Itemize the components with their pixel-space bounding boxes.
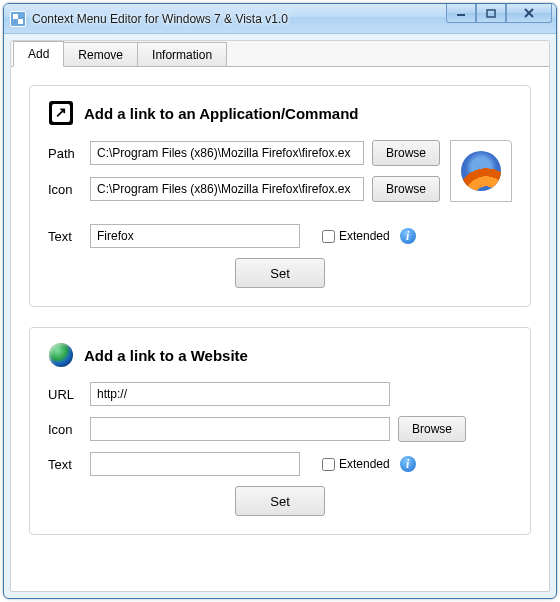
set-app-button[interactable]: Set [235, 258, 325, 288]
tab-information[interactable]: Information [137, 42, 227, 66]
tab-add[interactable]: Add [13, 41, 64, 67]
panel-header: Add a link to an Application/Command [48, 100, 512, 126]
set-web-button[interactable]: Set [235, 486, 325, 516]
info-icon[interactable]: i [400, 456, 416, 472]
extended-label: Extended [339, 457, 390, 471]
label-icon: Icon [48, 422, 90, 437]
browse-web-icon-button[interactable]: Browse [398, 416, 466, 442]
app-icon [10, 11, 26, 27]
tab-bar: Add Remove Information [11, 41, 549, 67]
browse-icon-button[interactable]: Browse [372, 176, 440, 202]
tab-remove[interactable]: Remove [63, 42, 138, 66]
icon-preview [450, 140, 512, 202]
label-url: URL [48, 387, 90, 402]
row-url: URL [48, 382, 512, 406]
label-icon: Icon [48, 182, 90, 197]
row-text: Text Extended i [48, 224, 512, 248]
input-text[interactable] [90, 224, 300, 248]
firefox-icon [461, 151, 501, 191]
row-path: Path Browse [48, 140, 440, 166]
svg-rect-0 [457, 14, 465, 16]
app-window: Context Menu Editor for Windows 7 & Vist… [3, 3, 557, 599]
input-web-icon[interactable] [90, 417, 390, 441]
browse-path-button[interactable]: Browse [372, 140, 440, 166]
window-title: Context Menu Editor for Windows 7 & Vist… [32, 12, 288, 26]
panel-icon-wrap [48, 342, 74, 368]
row-web-text: Text Extended i [48, 452, 512, 476]
tab-label: Add [28, 47, 49, 61]
minimize-icon [456, 9, 466, 17]
shortcut-icon [49, 101, 73, 125]
minimize-button[interactable] [446, 4, 476, 23]
set-row: Set [48, 486, 512, 516]
info-icon[interactable]: i [400, 228, 416, 244]
row-icon: Icon Browse [48, 176, 440, 202]
maximize-button[interactable] [476, 4, 506, 23]
label-path: Path [48, 146, 90, 161]
panel-icon-wrap [48, 100, 74, 126]
panel-header: Add a link to a Website [48, 342, 512, 368]
input-url[interactable] [90, 382, 390, 406]
globe-icon [49, 343, 73, 367]
close-button[interactable] [506, 4, 552, 23]
label-text: Text [48, 229, 90, 244]
tab-label: Remove [78, 48, 123, 62]
window-controls [446, 4, 552, 23]
extended-label: Extended [339, 229, 390, 243]
input-path[interactable] [90, 141, 364, 165]
client-area: Add Remove Information Add a link to an … [10, 40, 550, 592]
panel-web-link: Add a link to a Website URL Icon Browse … [29, 327, 531, 535]
label-text: Text [48, 457, 90, 472]
row-web-icon: Icon Browse [48, 416, 512, 442]
panel-title: Add a link to a Website [84, 347, 248, 364]
input-icon[interactable] [90, 177, 364, 201]
extended-web-checkbox[interactable] [322, 458, 335, 471]
input-web-text[interactable] [90, 452, 300, 476]
tab-label: Information [152, 48, 212, 62]
extended-wrap: Extended i [318, 227, 416, 246]
set-row: Set [48, 258, 512, 288]
close-icon [523, 8, 535, 18]
svg-rect-1 [487, 10, 495, 17]
panel-title: Add a link to an Application/Command [84, 105, 358, 122]
titlebar[interactable]: Context Menu Editor for Windows 7 & Vist… [4, 4, 556, 34]
tab-content: Add a link to an Application/Command Pat… [11, 67, 549, 591]
maximize-icon [486, 9, 496, 18]
extended-checkbox[interactable] [322, 230, 335, 243]
extended-wrap: Extended i [318, 455, 416, 474]
panel-app-link: Add a link to an Application/Command Pat… [29, 85, 531, 307]
